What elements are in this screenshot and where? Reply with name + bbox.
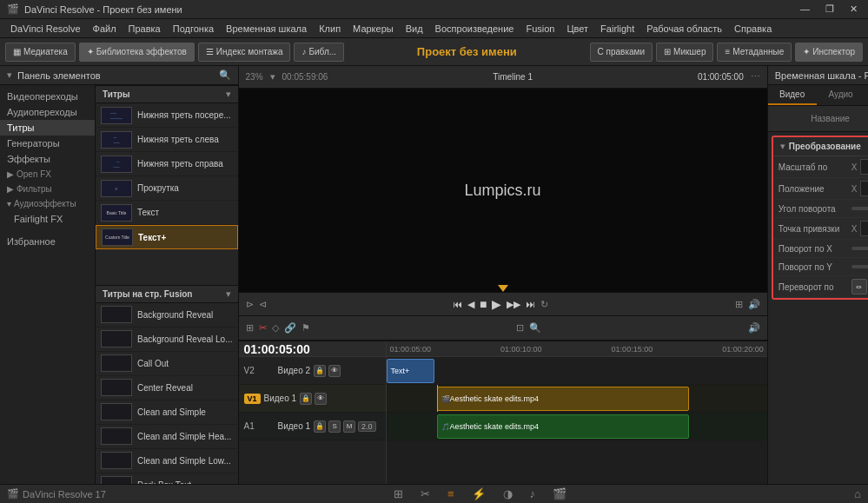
zoom-in-icon[interactable]: 🔍 [529,322,541,334]
menu-fairlight[interactable]: Fairlight [595,22,639,36]
tree-item-audio-transitions[interactable]: Аудиопереходы [0,104,95,120]
fusion-nav-icon[interactable]: ⚡ [472,487,486,500]
mark-out-icon[interactable]: ⊲ [259,299,267,310]
maximize-button[interactable]: ❐ [822,3,838,15]
collapse-icon2[interactable]: ▾ [226,288,231,300]
collapse-icon[interactable]: ▾ [226,89,231,100]
track-visibility-icon[interactable]: 👁 [328,365,341,377]
media-nav-icon[interactable]: ⊞ [394,487,403,500]
menu-fit[interactable]: Подгонка [168,22,219,36]
title-item-textplus[interactable]: Custom Title Текст+ [96,225,238,249]
menu-file[interactable]: Файл [88,22,122,36]
transform-header[interactable]: ▾ Преобразование ◇ ◆ [773,137,868,156]
menu-edit[interactable]: Правка [123,22,166,36]
metadata-button[interactable]: ≡ Метаданные [717,43,792,62]
cut-tool-icon[interactable]: ✂ [259,322,267,334]
next-frame-icon[interactable]: ▶▶ [507,299,520,310]
menu-workspace[interactable]: Рабочая область [641,22,727,36]
tree-item-favorites[interactable]: Избранное [0,234,95,249]
tree-item-filters[interactable]: ▶ Фильтры [0,182,95,196]
clip-audio[interactable]: 🎵 Aesthetic skate edits.mp4 [437,414,689,439]
track-lock-icon[interactable]: 🔒 [314,365,326,377]
minimize-button[interactable]: — [797,3,813,15]
razor-tool-icon[interactable]: ◇ [272,322,279,334]
pitch-slider[interactable] [851,247,868,250]
play-icon[interactable]: ▶ [492,297,501,311]
tab-audio[interactable]: Аудио [817,85,865,105]
fusion-item-callout[interactable]: Call Out [96,352,238,376]
loop-icon[interactable]: ↻ [540,299,548,310]
menu-timeline[interactable]: Временная шкала [221,22,312,36]
title-item-lower3left[interactable]: ─── Нижняя треть слева [96,128,238,152]
color-nav-icon[interactable]: ◑ [503,487,513,500]
prev-frame-icon[interactable]: ◀ [467,299,474,310]
menu-markers[interactable]: Маркеры [348,22,399,36]
menu-help[interactable]: Справка [729,22,777,36]
track-a1-s-icon[interactable]: S [328,420,341,433]
tree-item-audiofx[interactable]: ▾ Аудиоэффекты [0,196,95,211]
position-x-input[interactable] [860,181,868,196]
track-v1-eye-icon[interactable]: 👁 [315,393,327,405]
menu-clip[interactable]: Клип [314,22,346,36]
zoom-fit-icon[interactable]: ⊡ [516,322,524,334]
fusion-item-darkbox[interactable]: Dark Box Text [96,473,238,485]
link-icon[interactable]: 🔗 [284,322,296,334]
fusion-item-centerreveal[interactable]: Center Reveal [96,376,238,400]
tree-item-generators[interactable]: Генераторы [0,136,95,151]
scale-x-input[interactable] [860,159,868,175]
deliver-nav-icon[interactable]: 🎬 [553,487,567,500]
fusion-item-clean-hea[interactable]: Clean and Simple Hea... [96,425,238,449]
tree-item-video-transitions[interactable]: Видеопереходы [0,89,95,104]
title-item-lower3center[interactable]: ────── Нижняя треть посере... [96,103,238,128]
menu-davinci[interactable]: DaVinci Resolve [5,22,86,36]
mixer-button[interactable]: ⊞ Микшер [656,43,713,62]
yaw-slider[interactable] [851,265,868,268]
tree-item-titles[interactable]: Титры [0,120,95,136]
skip-start-icon[interactable]: ⏮ [453,299,462,309]
search-icon[interactable]: 🔍 [219,69,231,81]
bibl-button[interactable]: ♪ Библ... [294,43,344,62]
window-controls[interactable]: — ❐ ✕ [797,3,861,15]
menu-fusion[interactable]: Fusion [520,22,560,36]
fusion-item-bgreveal-lo[interactable]: Background Reveal Lo... [96,328,238,352]
volume-icon[interactable]: 🔊 [748,322,760,334]
close-button[interactable]: ✕ [846,3,861,15]
title-item-text[interactable]: Basic Title Текст [96,201,238,225]
title-item-scroll[interactable]: ≡ Прокрутка [96,176,238,201]
menu-playback[interactable]: Воспроизведение [430,22,520,36]
edit-index-button[interactable]: ☰ Индекс монтажа [198,43,291,62]
fairlight-nav-icon[interactable]: ♪ [530,487,536,500]
skip-end-icon[interactable]: ⏭ [526,299,535,309]
stop-icon[interactable]: ■ [480,297,487,311]
audio-icon[interactable]: 🔊 [748,299,760,310]
tree-item-fairlight[interactable]: Fairlight FX [0,211,95,227]
tab-video[interactable]: Видео [768,85,817,105]
tree-item-openfx[interactable]: ▶ Open FX [0,167,95,182]
home-icon[interactable]: ⌂ [854,487,861,500]
fusion-item-clean[interactable]: Clean and Simple [96,400,238,425]
clip-textplus[interactable]: Text+ [387,359,434,383]
corrections-button[interactable]: С правками [590,43,653,62]
select-tool-icon[interactable]: ⊞ [246,322,254,334]
clip-video[interactable]: 🎬 Aesthetic skate edits.mp4 [437,387,689,411]
edit-nav-icon[interactable]: ≡ [447,487,454,500]
fusion-item-clean-low[interactable]: Clean and Simple Low... [96,449,238,473]
track-v1-lock-icon[interactable]: 🔒 [300,393,312,405]
menu-view[interactable]: Вид [401,22,428,36]
media-library-button[interactable]: ▦ Медиатека [5,43,76,62]
fusion-item-bgreveal[interactable]: Background Reveal [96,303,238,328]
title-item-lower3right[interactable]: ─── Нижняя треть справа [96,152,238,176]
track-a1-lock-icon[interactable]: 🔒 [314,420,326,433]
clip-icon[interactable]: ⊞ [735,299,743,310]
rotation-slider[interactable] [851,207,868,210]
anchor-x-input[interactable] [860,221,868,236]
menu-color[interactable]: Цвет [561,22,593,36]
zoom-dropdown-icon[interactable]: ▾ [270,71,275,83]
effects-library-button[interactable]: ✦ Библиотека эффектов [79,43,195,62]
track-a1-m-icon[interactable]: M [343,420,355,433]
subtab-name[interactable]: Название [773,109,868,128]
cut-nav-icon[interactable]: ✂ [421,487,430,500]
flag-icon[interactable]: ⚑ [301,322,310,334]
mark-in-icon[interactable]: ⊳ [246,299,254,310]
inspector-button[interactable]: ✦ Инспектор [795,43,863,62]
